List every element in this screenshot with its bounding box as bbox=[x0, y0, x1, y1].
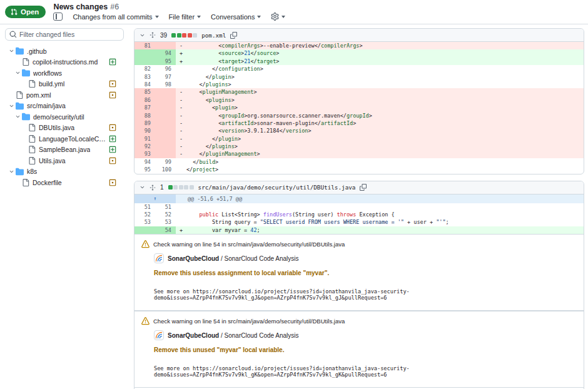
tree-item-label: LanguageToLocaleConverte... bbox=[39, 135, 109, 143]
copy-path-button[interactable] bbox=[360, 184, 367, 191]
new-line-number[interactable]: 96 bbox=[155, 65, 176, 73]
new-line-number[interactable]: 52 bbox=[155, 211, 176, 218]
copy-path-button[interactable] bbox=[230, 32, 237, 39]
filter-changed-files-input[interactable] bbox=[5, 28, 124, 41]
old-line-number[interactable]: 84 bbox=[134, 81, 155, 88]
annotation-tool-label: SonarQubeCloud / SonarCloud Code Analysi… bbox=[168, 255, 299, 262]
old-line-number[interactable]: 85 bbox=[134, 88, 155, 96]
new-line-number[interactable] bbox=[155, 127, 176, 134]
tree-item-dbutils-java[interactable]: DBUtils.java bbox=[5, 123, 124, 134]
code-line: </plugin> bbox=[186, 135, 584, 143]
new-line-number[interactable]: 94 bbox=[155, 49, 176, 57]
tree-item-build-yml[interactable]: build.yml bbox=[5, 79, 124, 90]
tree-item-copilot-instructions-md[interactable]: copilot-instructions.md bbox=[5, 57, 124, 68]
tree-item-k8s[interactable]: k8s bbox=[5, 166, 124, 178]
tree-item-pom-xml[interactable]: pom.xml bbox=[5, 89, 124, 101]
old-line-number[interactable]: 95 bbox=[134, 166, 155, 173]
old-line-number[interactable]: 90 bbox=[134, 127, 155, 134]
diff-line: 95100</project> bbox=[134, 166, 584, 173]
old-line-number[interactable]: 86 bbox=[134, 96, 155, 104]
code-line: <version>3.9.1.2184</version> bbox=[186, 127, 584, 134]
diff-marker bbox=[176, 203, 186, 211]
old-line-number[interactable]: 82 bbox=[134, 65, 155, 73]
old-line-number[interactable]: 83 bbox=[134, 73, 155, 81]
new-line-number[interactable]: 95 bbox=[155, 58, 176, 65]
new-line-number[interactable] bbox=[155, 112, 176, 119]
diff-panel: 39pom.xml81- <compilerArgs>--enable-prev… bbox=[129, 24, 588, 389]
old-line-number[interactable] bbox=[134, 49, 155, 57]
sidebar-toggle-button[interactable] bbox=[53, 13, 63, 21]
expand-up-icon[interactable]: ↑ bbox=[134, 194, 176, 203]
commits-dropdown[interactable]: Changes from all commits bbox=[73, 13, 158, 21]
old-line-number[interactable] bbox=[134, 58, 155, 65]
old-line-number[interactable]: 88 bbox=[134, 112, 155, 119]
tree-item-dockerfile[interactable]: Dockerfile bbox=[5, 177, 124, 188]
new-line-number[interactable] bbox=[155, 96, 176, 104]
diff-file-card: 39pom.xml81- <compilerArgs>--enable-prev… bbox=[134, 28, 584, 174]
old-line-number[interactable]: 53 bbox=[134, 218, 155, 226]
file-name: src/main/java/demo/security/util/DBUtils… bbox=[198, 184, 356, 191]
code-line: <plugin> bbox=[186, 104, 584, 111]
pr-status-label: Open bbox=[21, 8, 39, 16]
new-line-number[interactable] bbox=[155, 88, 176, 96]
expand-all-icon[interactable] bbox=[150, 184, 156, 191]
diff-line: 8498 </plugins> bbox=[134, 81, 584, 88]
diffstat-square-add bbox=[171, 33, 176, 38]
tree-item-languagetolocaleconverte[interactable]: LanguageToLocaleConverte... bbox=[5, 133, 124, 144]
file-icon bbox=[28, 135, 36, 143]
tree-item-utils-java[interactable]: Utils.java bbox=[5, 155, 124, 166]
diff-line: 92- </plugins> bbox=[134, 143, 584, 150]
old-line-number[interactable]: 91 bbox=[134, 135, 155, 143]
annotation-tool-label: SonarQubeCloud / SonarCloud Code Analysi… bbox=[168, 332, 299, 339]
old-line-number[interactable]: 81 bbox=[134, 42, 155, 49]
diff-marker: - bbox=[176, 42, 186, 49]
tree-item-src-main-java[interactable]: src/main/java bbox=[5, 101, 124, 112]
old-line-number[interactable]: 52 bbox=[134, 211, 155, 218]
new-line-number[interactable] bbox=[155, 135, 176, 143]
tree-item-demo-security-util[interactable]: demo/security/util bbox=[5, 111, 124, 123]
old-line-number[interactable] bbox=[134, 226, 155, 234]
diff-line: 8397 </plugin> bbox=[134, 73, 584, 81]
tree-item-samplebean-java[interactable]: SampleBean.java bbox=[5, 144, 124, 156]
collapse-file-button[interactable] bbox=[139, 33, 145, 38]
new-line-number[interactable] bbox=[155, 42, 176, 49]
new-line-number[interactable] bbox=[155, 104, 176, 111]
tree-item-label: k8s bbox=[27, 168, 37, 175]
new-line-number[interactable]: 53 bbox=[155, 218, 176, 226]
code-line: </plugins> bbox=[186, 143, 584, 150]
conversations-dropdown[interactable]: Conversations bbox=[211, 13, 261, 21]
diff-line: 87- <plugin> bbox=[134, 104, 584, 111]
tree-item-workflows[interactable]: workflows bbox=[5, 68, 124, 79]
diff-marker bbox=[176, 73, 186, 81]
old-line-number[interactable]: 89 bbox=[134, 119, 155, 127]
new-line-number[interactable]: 51 bbox=[155, 203, 176, 211]
annotation-tool-row: SonarQubeCloud / SonarCloud Code Analysi… bbox=[154, 330, 576, 340]
collapse-file-button[interactable] bbox=[139, 184, 145, 190]
diff-marker: - bbox=[176, 150, 186, 158]
old-line-number[interactable]: 92 bbox=[134, 143, 155, 150]
expand-all-icon[interactable] bbox=[150, 31, 156, 39]
new-line-number[interactable] bbox=[155, 150, 176, 158]
diff-line: 89- <artifactId>sonar-maven-plugin</arti… bbox=[134, 119, 584, 127]
new-line-number[interactable]: 98 bbox=[155, 81, 176, 88]
new-line-number[interactable] bbox=[155, 119, 176, 127]
diff-settings-dropdown[interactable] bbox=[271, 13, 285, 21]
tree-item-label: Utils.java bbox=[39, 157, 66, 164]
old-line-number[interactable]: 51 bbox=[134, 203, 155, 211]
file-filter-dropdown[interactable]: File filter bbox=[169, 13, 201, 21]
old-line-number[interactable]: 93 bbox=[134, 150, 155, 158]
new-line-number[interactable]: 97 bbox=[155, 73, 176, 81]
hunk-header-row: ↑@@ -51,6 +51,7 @@ bbox=[134, 194, 584, 203]
old-line-number[interactable]: 94 bbox=[134, 158, 155, 166]
chevron-down-icon bbox=[8, 48, 16, 54]
diff-line: 8296 </configuration> bbox=[134, 65, 584, 73]
diffstat-square-neutral bbox=[190, 185, 194, 189]
old-line-number[interactable]: 87 bbox=[134, 104, 155, 111]
folder-icon bbox=[16, 168, 24, 176]
new-line-number[interactable]: 99 bbox=[155, 158, 176, 166]
tree-item-github[interactable]: .github bbox=[5, 46, 124, 57]
new-line-number[interactable]: 54 bbox=[155, 226, 176, 234]
new-line-number[interactable] bbox=[155, 143, 176, 150]
diff-line: 90- <version>3.9.1.2184</version> bbox=[134, 127, 584, 134]
new-line-number[interactable]: 100 bbox=[155, 166, 176, 173]
